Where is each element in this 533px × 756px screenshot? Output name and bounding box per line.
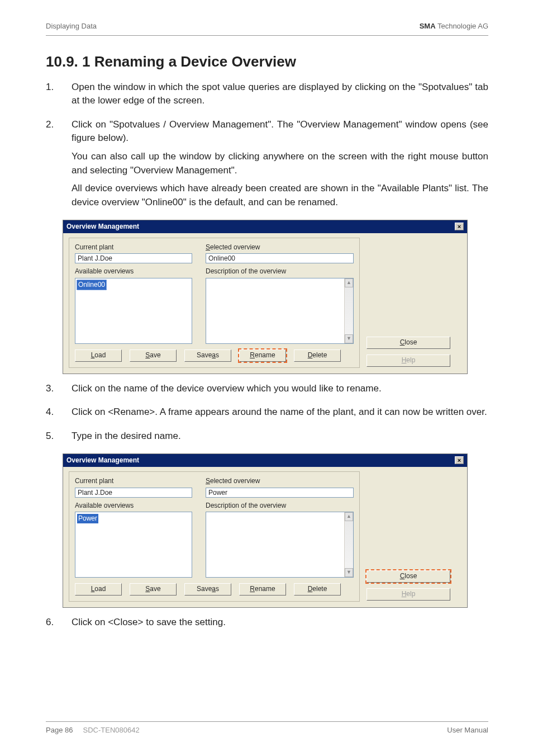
step-number: 3.: [46, 382, 72, 400]
selected-overview-label: Selected overview: [206, 476, 354, 486]
doc-id: SDC-TEN080642: [83, 726, 140, 734]
description-textarea[interactable]: ▲ ▼: [206, 278, 354, 344]
step-number: 5.: [46, 429, 72, 448]
available-overviews-list[interactable]: Power: [75, 512, 192, 578]
save-button[interactable]: Save: [130, 349, 177, 362]
running-footer: Page 86 SDC-TEN080642 User Manual: [46, 721, 488, 736]
save-button[interactable]: Save: [130, 583, 177, 596]
load-button[interactable]: Load: [75, 583, 122, 596]
page-number: Page 86: [46, 726, 73, 734]
list-item-editing[interactable]: Power: [77, 513, 99, 524]
selected-overview-field[interactable]: Power: [206, 488, 354, 498]
steps-list: 3. Click on the name of the device overv…: [46, 382, 488, 448]
scroll-down-icon[interactable]: ▼: [345, 334, 353, 343]
rename-button[interactable]: Rename: [239, 349, 286, 362]
overview-management-dialog: Overview Management × Current plant Plan…: [63, 220, 468, 374]
header-left: Displaying Data: [46, 21, 97, 32]
save-as-button[interactable]: Save as: [184, 349, 231, 362]
load-button[interactable]: Load: [75, 349, 122, 362]
help-button[interactable]: Help: [367, 355, 450, 367]
description-textarea[interactable]: ▲ ▼: [206, 512, 354, 578]
current-plant-label: Current plant: [75, 243, 192, 252]
description-label: Description of the overview: [206, 267, 354, 276]
help-button[interactable]: Help: [367, 588, 450, 601]
delete-button[interactable]: Delete: [294, 583, 341, 596]
dialog-titlebar[interactable]: Overview Management ×: [63, 220, 467, 233]
step-text: Open the window in which the spot value …: [72, 81, 488, 108]
selected-overview-field[interactable]: Online00: [206, 253, 354, 263]
step-text: Type in the desired name.: [72, 429, 488, 443]
step-number: 1.: [46, 81, 72, 112]
header-rule: [46, 35, 488, 36]
step-number: 6.: [46, 616, 72, 634]
close-icon[interactable]: ×: [455, 223, 464, 230]
step-number: 4.: [46, 405, 72, 424]
dialog-title: Overview Management: [66, 222, 139, 231]
close-button[interactable]: Close: [367, 337, 450, 349]
scroll-down-icon[interactable]: ▼: [345, 568, 353, 577]
scroll-up-icon[interactable]: ▲: [345, 512, 353, 521]
available-overviews-label: Available overviews: [75, 267, 192, 276]
close-icon[interactable]: ×: [455, 456, 464, 464]
save-as-button[interactable]: Save as: [184, 583, 231, 596]
rename-button[interactable]: Rename: [239, 583, 286, 596]
section-heading: 10.9. 1 Renaming a Device Overview: [46, 51, 488, 73]
scrollbar[interactable]: ▲ ▼: [344, 278, 353, 343]
scroll-up-icon[interactable]: ▲: [345, 278, 353, 287]
step-text: Click on <Rename>. A frame appears aroun…: [72, 405, 488, 419]
running-header: Displaying Data SMA Technologie AG: [46, 21, 488, 32]
list-item[interactable]: Online00: [77, 280, 107, 290]
description-label: Description of the overview: [206, 501, 354, 511]
current-plant-field[interactable]: Plant J.Doe: [75, 488, 192, 498]
steps-list: 6. Click on <Close> to save the setting.: [46, 616, 488, 634]
step-text: Click on "Spotvalues / Overview Manageme…: [72, 118, 488, 145]
dialog-titlebar[interactable]: Overview Management ×: [63, 454, 467, 467]
delete-button[interactable]: Delete: [294, 349, 341, 362]
steps-list: 1. Open the window in which the spot val…: [46, 81, 488, 214]
step-text: Click on <Close> to save the setting.: [72, 616, 488, 630]
step-text: All device overviews which have already …: [72, 182, 488, 209]
dialog-title: Overview Management: [66, 456, 139, 465]
available-overviews-list[interactable]: Online00: [75, 278, 192, 344]
step-text: Click on the name of the device overview…: [72, 382, 488, 396]
overview-management-dialog: Overview Management × Current plant Plan…: [63, 453, 468, 608]
close-button[interactable]: Close: [367, 570, 450, 583]
step-number: 2.: [46, 118, 72, 214]
current-plant-field[interactable]: Plant J.Doe: [75, 253, 192, 263]
footer-right: User Manual: [447, 725, 488, 736]
available-overviews-label: Available overviews: [75, 501, 192, 511]
step-text: You can also call up the window by click…: [72, 150, 488, 177]
scrollbar[interactable]: ▲ ▼: [344, 512, 353, 577]
header-right: SMA Technologie AG: [420, 21, 488, 32]
current-plant-label: Current plant: [75, 476, 192, 486]
selected-overview-label: Selected overview: [206, 243, 354, 252]
